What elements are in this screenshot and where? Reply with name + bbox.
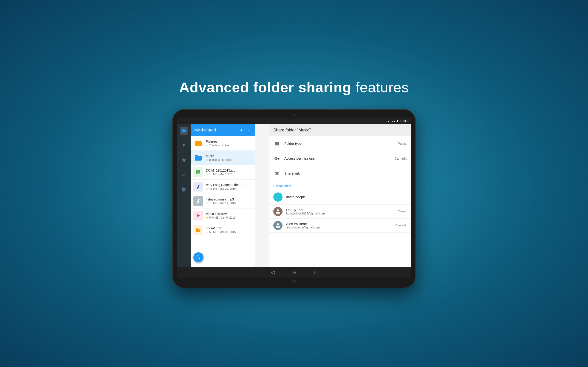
more-button[interactable]: ⋮	[246, 128, 251, 133]
list-item[interactable]: Very Long Name of the F...sx.mp3 ☆ 41 MB…	[191, 180, 255, 194]
invite-label: Invite people	[286, 195, 306, 199]
invite-plus-icon: +	[276, 194, 279, 200]
collaborator-info: Donny Tark iamgenious2015@gmail.com	[286, 208, 398, 215]
item-more-icon[interactable]: ⋮	[246, 169, 252, 176]
collaborator-item[interactable]: Alex Va Bene alexovabene@gmail.com Can e…	[269, 219, 411, 233]
file-meta-text: 50 MB · Mar 21, 2015	[209, 231, 236, 234]
item-more-icon[interactable]: ⋮	[246, 183, 252, 190]
item-more-icon[interactable]: ⋮	[246, 198, 252, 205]
avatar	[273, 221, 283, 230]
sidebar-item-starred[interactable]	[180, 156, 188, 164]
file-list-panel: My 4shared + ⋮	[191, 124, 255, 267]
list-item[interactable]: 4shared music.mp3 ☆ 13 MB · Aug 11, 2015…	[191, 194, 255, 209]
share-panel-header: Share folder "Music"	[269, 124, 411, 136]
file-thumb-icon	[193, 225, 203, 235]
file-thumb-icon	[193, 182, 203, 192]
collaborator-email: iamgenious2015@gmail.com	[286, 212, 398, 215]
collaborator-role: Can edit	[396, 224, 406, 227]
file-meta: ☆ 13 MB · Aug 11, 2015	[206, 202, 246, 205]
list-item[interactable]: Pictures ☆ 2 folders · 4 files ⋮	[191, 136, 255, 151]
file-meta: ☆ 50 MB · Mar 21, 2015	[206, 231, 246, 234]
share-link-option[interactable]: Share link	[269, 166, 411, 181]
item-more-icon[interactable]: ⋮	[246, 140, 252, 147]
list-item[interactable]: Music ☆ 8 folders · 84 files ⋮	[191, 151, 255, 165]
file-info: q6dm16.zip ☆ 50 MB · Mar 21, 2015	[206, 226, 246, 234]
file-info: Video File.mkv ★ 540 MB · Jun 5, 2015	[206, 212, 246, 219]
access-value: Can edit	[395, 157, 406, 160]
tablet-home-button[interactable]	[292, 280, 296, 284]
file-name: Music	[206, 154, 246, 158]
invite-people-btn[interactable]: + Invite people	[269, 190, 411, 205]
folder-type-label: Folder type	[284, 142, 398, 145]
star-icon: ☆	[206, 144, 208, 147]
file-meta-text: 2 folders · 4 files	[209, 144, 229, 147]
status-bar: ▲ ▲▲ ▮ 12:30	[177, 118, 411, 124]
collaborator-name: Alex Va Bene	[286, 222, 396, 226]
file-meta: ☆ 8 folders · 84 files	[206, 158, 246, 161]
folder-type-option[interactable]: Folder type Public	[269, 136, 411, 151]
list-item[interactable]: DCIM_19012015.jpg ☆ 18 MB · Mar 1, 2015 …	[191, 165, 255, 180]
add-button[interactable]: +	[240, 128, 243, 133]
file-meta-text: 8 folders · 84 files	[209, 158, 231, 161]
share-panel-title: Share folder "Music"	[273, 128, 311, 133]
tablet-camera	[293, 114, 295, 116]
folder-type-value: Public	[398, 142, 406, 145]
collaborators-label: Collaborators	[273, 184, 291, 188]
star-icon: ☆	[206, 158, 208, 161]
star-icon: ☆	[206, 173, 208, 176]
search-fab[interactable]	[193, 252, 204, 262]
share-panel: Share folder "Music" Folder type Public	[269, 124, 411, 267]
sidebar-item-activity[interactable]	[180, 171, 188, 179]
file-meta: ☆ 18 MB · Mar 1, 2015	[206, 173, 246, 176]
star-icon: ☆	[206, 202, 208, 205]
collaborator-name: Donny Tark	[286, 208, 398, 212]
file-thumb-icon	[193, 196, 203, 206]
access-label: Access permissions	[284, 156, 395, 160]
avatar	[273, 207, 283, 216]
status-time: 12:30	[400, 119, 407, 123]
nav-home-btn[interactable]: ○	[293, 269, 296, 275]
file-list-header-actions: + ⋮	[240, 128, 251, 133]
file-meta: ☆ 2 folders · 4 files	[206, 144, 246, 147]
wifi-icon: ▲	[387, 120, 389, 123]
app-content: My 4shared + ⋮	[177, 124, 411, 267]
item-more-icon[interactable]: ⋮	[246, 212, 252, 219]
file-name: Video File.mkv	[206, 212, 246, 216]
battery-icon: ▮	[397, 119, 398, 123]
access-permissions-option[interactable]: Access permissions Can edit	[269, 151, 411, 166]
item-more-icon[interactable]: ⋮	[246, 154, 252, 161]
collaborator-email: alexovabene@gmail.com	[286, 226, 396, 229]
sidebar-item-upload[interactable]	[180, 141, 188, 150]
collaborator-item[interactable]: Donny Tark iamgenious2015@gmail.com Owne…	[269, 205, 411, 219]
file-name: DCIM_19012015.jpg	[206, 169, 246, 172]
file-panel-wrapper: My 4shared + ⋮	[191, 124, 269, 267]
star-icon: ★	[206, 216, 208, 219]
sidebar	[177, 124, 191, 267]
collaborator-role: Owner	[398, 210, 406, 213]
tablet-device: ▲ ▲▲ ▮ 12:30	[172, 109, 416, 288]
collaborators-section: Collaborators	[269, 181, 411, 190]
sidebar-item-settings[interactable]	[180, 185, 188, 194]
list-item[interactable]: q6dm16.zip ☆ 50 MB · Mar 21, 2015 ⋮	[191, 223, 255, 237]
file-name: q6dm16.zip	[206, 226, 246, 230]
file-name: 4shared music.mp3	[206, 198, 246, 201]
page-title: Advanced folder sharing features	[179, 79, 409, 95]
sidebar-item-folder[interactable]	[180, 127, 188, 135]
file-meta-text: 18 MB · Mar 1, 2015	[209, 173, 234, 176]
file-info: Music ☆ 8 folders · 84 files	[206, 154, 246, 161]
file-items-list: Pictures ☆ 2 folders · 4 files ⋮	[191, 136, 255, 267]
nav-back-btn[interactable]: ◁	[271, 269, 275, 275]
file-thumb-icon	[193, 167, 203, 177]
file-name: Pictures	[206, 140, 246, 143]
bottom-nav: ◁ ○ □	[177, 267, 411, 278]
file-meta-text: 41 MB · Mar 21, 2015	[209, 187, 236, 190]
folder-type-icon	[273, 140, 281, 147]
star-icon: ☆	[206, 187, 208, 190]
status-icons: ▲ ▲▲ ▮ 12:30	[387, 119, 407, 123]
folder-icon	[193, 153, 203, 163]
item-more-icon[interactable]: ⋮	[246, 227, 252, 234]
share-link-label: Share link	[284, 171, 406, 175]
nav-recent-btn[interactable]: □	[314, 269, 317, 275]
page-title-light: features	[351, 79, 409, 95]
list-item[interactable]: Video File.mkv ★ 540 MB · Jun 5, 2015 ⋮	[191, 209, 255, 223]
